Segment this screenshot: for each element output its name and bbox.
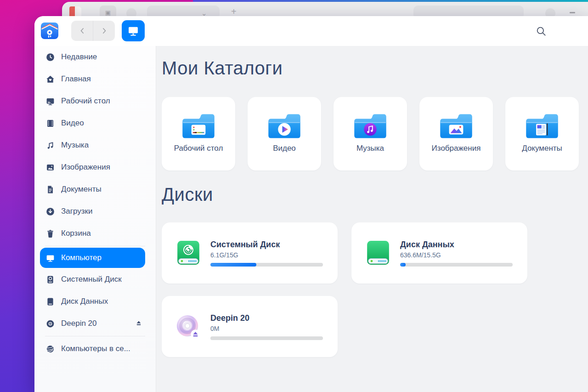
folder-card-videos[interactable]: Видео	[248, 97, 321, 170]
sidebar-item-music[interactable]: Музыка	[34, 134, 156, 156]
disk-usage-fill	[400, 263, 406, 267]
sidebar-item-computer[interactable]: Компьютер	[40, 248, 145, 268]
clock-icon	[45, 52, 55, 62]
disks-section-title: Диски	[162, 184, 579, 205]
titlebar	[34, 16, 588, 46]
sidebar-item-label: Музыка	[61, 141, 89, 150]
disk-card-deepin-20[interactable]: Deepin 200M	[162, 296, 338, 357]
download-icon	[45, 207, 55, 216]
note-icon	[45, 141, 55, 150]
sidebar-item-label: Видео	[61, 119, 84, 128]
sidebar: НедавниеГлавнаяРабочий столВидеоМузыкаИз…	[34, 46, 156, 392]
file-manager-app-icon	[40, 22, 59, 40]
main-content: Мои Каталоги Рабочий столВидеоМузыкаИзоб…	[156, 46, 588, 392]
disk-card-system-disk[interactable]: Системный Диск6.1G/15G	[162, 222, 338, 284]
cd-icon	[45, 319, 55, 329]
folder-desktop-icon	[181, 112, 216, 141]
folder-card-label: Рабочий стол	[174, 144, 223, 153]
folder-card-pictures[interactable]: Изображения	[419, 97, 493, 170]
sidebar-item-label: Системный Диск	[61, 275, 122, 284]
sidebar-separator	[45, 336, 145, 336]
sidebar-item-network[interactable]: Компьютеры в се...	[34, 338, 156, 360]
sidebar-item-label: Изображения	[61, 163, 110, 172]
home-icon	[45, 74, 55, 84]
sidebar-item-trash[interactable]: Корзина	[34, 222, 156, 244]
disk-data-icon	[365, 240, 391, 266]
sidebar-item-label: Корзина	[61, 229, 91, 238]
sidebar-item-recent[interactable]: Недавние	[34, 46, 156, 68]
sidebar-item-label: Рабочий стол	[61, 97, 110, 106]
sidebar-item-videos[interactable]: Видео	[34, 112, 156, 134]
sidebar-item-downloads[interactable]: Загрузки	[34, 200, 156, 222]
trash-icon	[45, 229, 55, 239]
film-icon	[45, 119, 55, 128]
sidebar-item-label: Компьютер	[61, 253, 102, 262]
sidebar-item-deepin-20[interactable]: Deepin 20	[34, 312, 156, 335]
folder-videos-icon	[266, 112, 302, 141]
desktop-icon	[45, 97, 55, 106]
disk-info: Системный Диск6.1G/15G	[210, 240, 323, 267]
folder-pictures-icon	[438, 112, 474, 141]
sidebar-separator	[45, 246, 145, 246]
sidebar-item-label: Загрузки	[61, 207, 92, 216]
sidebar-item-data-disk[interactable]: Диск Данных	[34, 290, 156, 312]
file-manager-window: НедавниеГлавнаяРабочий столВидеоМузыкаИз…	[34, 16, 588, 392]
disk-info: Диск Данных636.6M/15.5G	[400, 240, 513, 267]
sidebar-item-label: Недавние	[61, 52, 97, 62]
eject-icon[interactable]	[135, 319, 143, 328]
folders-section-title: Мои Каталоги	[162, 58, 579, 79]
back-button[interactable]	[71, 21, 93, 41]
disk-optical-icon	[175, 314, 201, 340]
search-button[interactable]	[534, 24, 548, 38]
sidebar-item-home[interactable]: Главная	[34, 68, 156, 90]
disk-usage: 6.1G/15G	[210, 251, 323, 259]
disk-usage: 0M	[210, 325, 323, 332]
sidebar-item-system-disk[interactable]: Системный Диск	[34, 268, 156, 290]
disk-usage: 636.6M/15.5G	[400, 251, 513, 259]
disk-info: Deepin 200M	[210, 313, 323, 340]
disk-name: Системный Диск	[210, 240, 323, 250]
navigation-pill	[71, 21, 115, 41]
sidebar-item-desktop[interactable]: Рабочий стол	[34, 90, 156, 112]
computer-view-button[interactable]	[122, 20, 145, 41]
sidebar-item-label: Компьютеры в се...	[61, 344, 130, 353]
globe-icon	[45, 344, 55, 354]
sidebar-item-label: Документы	[61, 185, 102, 194]
disk-system-icon	[175, 240, 201, 266]
minimize-icon	[570, 12, 575, 13]
folder-card-music[interactable]: Музыка	[334, 97, 407, 170]
disk-usage-bar	[400, 263, 513, 267]
sidebar-item-label: Главная	[61, 74, 91, 84]
disk-usage-bar	[210, 336, 323, 340]
datadisk-icon	[45, 297, 55, 307]
picture-icon	[45, 163, 55, 172]
disk-name: Deepin 20	[210, 313, 323, 323]
sidebar-item-label: Deepin 20	[61, 319, 97, 328]
folder-card-desktop[interactable]: Рабочий стол	[162, 97, 235, 170]
sidebar-item-documents[interactable]: Документы	[34, 178, 156, 200]
disk-usage-bar	[210, 263, 323, 267]
document-icon	[45, 185, 55, 194]
plus-icon: +	[231, 6, 237, 17]
monitor-icon	[45, 253, 55, 263]
sidebar-list: НедавниеГлавнаяРабочий столВидеоМузыкаИз…	[34, 46, 156, 360]
sidebar-item-pictures[interactable]: Изображения	[34, 156, 156, 178]
sysdisk-icon	[45, 275, 55, 284]
disks-grid: Системный Диск6.1G/15GДиск Данных636.6M/…	[162, 222, 579, 357]
folder-card-label: Изображения	[432, 144, 481, 153]
folders-grid: Рабочий столВидеоМузыкаИзображенияДокуме…	[162, 97, 579, 170]
disk-usage-fill	[210, 263, 256, 267]
folder-card-label: Музыка	[356, 144, 384, 153]
folder-card-label: Документы	[522, 144, 562, 153]
folder-music-icon	[352, 112, 388, 141]
folder-card-documents[interactable]: Документы	[505, 97, 579, 170]
sidebar-item-label: Диск Данных	[61, 297, 108, 306]
disk-name: Диск Данных	[400, 240, 513, 250]
forward-button[interactable]	[93, 21, 115, 41]
folder-card-label: Видео	[273, 144, 296, 153]
folder-documents-icon	[524, 112, 560, 141]
disk-card-data-disk[interactable]: Диск Данных636.6M/15.5G	[351, 222, 527, 284]
